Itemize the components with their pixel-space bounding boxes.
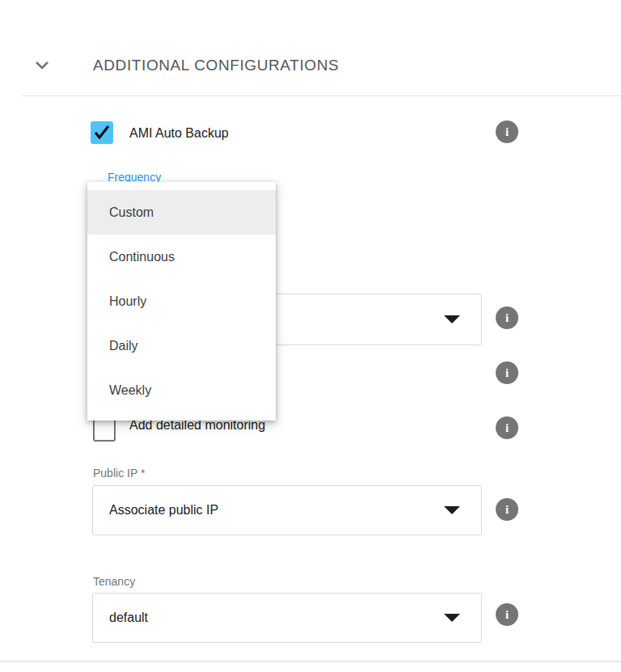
tenancy-select-value: default	[109, 611, 148, 625]
ami-auto-backup-label: AMI Auto Backup	[129, 126, 229, 141]
section-divider	[22, 95, 621, 96]
frequency-dropdown-menu: Custom Continuous Hourly Daily Weekly	[87, 182, 276, 421]
section-title: ADDITIONAL CONFIGURATIONS	[93, 57, 339, 74]
public-ip-select-value: Associate public IP	[109, 503, 218, 518]
menu-item-continuous[interactable]: Continuous	[87, 235, 276, 279]
info-icon-tenancy[interactable]: i	[496, 603, 518, 626]
menu-item-hourly[interactable]: Hourly	[87, 279, 276, 323]
bottom-divider	[0, 661, 621, 662]
info-icon-detailed-monitoring[interactable]: i	[496, 416, 518, 439]
chevron-down-icon[interactable]	[32, 55, 52, 74]
dropdown-caret-icon	[444, 614, 460, 622]
menu-item-custom[interactable]: Custom	[87, 190, 276, 235]
info-icon-ami-backup[interactable]: i	[496, 120, 518, 143]
detailed-monitoring-checkbox[interactable]	[93, 419, 116, 442]
dropdown-caret-icon	[444, 506, 460, 514]
info-icon-frequency[interactable]: i	[496, 306, 518, 329]
tenancy-select[interactable]: default	[92, 593, 482, 643]
public-ip-label: Public IP *	[93, 467, 145, 480]
dropdown-caret-icon	[444, 315, 460, 323]
tenancy-label: Tenancy	[93, 575, 135, 588]
info-icon-hidden-row[interactable]: i	[496, 361, 518, 384]
ami-auto-backup-checkbox[interactable]	[91, 121, 113, 144]
public-ip-select[interactable]: Associate public IP	[92, 485, 482, 535]
checkmark-icon	[93, 125, 111, 141]
info-icon-public-ip[interactable]: i	[496, 498, 518, 521]
menu-item-daily[interactable]: Daily	[87, 323, 276, 368]
menu-item-weekly[interactable]: Weekly	[87, 368, 276, 412]
